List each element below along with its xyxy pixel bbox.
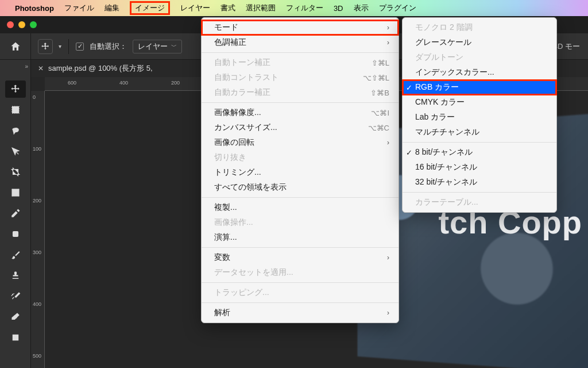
menu-separator: [403, 142, 556, 143]
ruler-vertical: 0 100 200 300 400 500: [31, 91, 45, 368]
auto-select-label: 自動選択：: [90, 41, 127, 52]
menu-item-label: データセットを適用...: [214, 267, 293, 278]
menubar-item-file[interactable]: ファイル: [64, 3, 94, 13]
eraser-tool[interactable]: [5, 308, 26, 325]
menu-item-label: CMYK カラー: [415, 97, 465, 108]
menu-item-label: 8 bit/チャンネル: [415, 147, 473, 158]
menu-separator: [202, 52, 399, 53]
menu-item[interactable]: 画像解像度...⌥⌘I: [202, 105, 399, 120]
menu-item-label: 画像解像度...: [214, 108, 261, 118]
menu-item[interactable]: ✓8 bit/チャンネル: [403, 145, 556, 160]
menubar-app-name[interactable]: Photoshop: [15, 4, 54, 13]
menu-shortcut: ⌥⌘I: [350, 109, 389, 117]
menu-item[interactable]: すべての領域を表示: [202, 180, 399, 195]
menu-item[interactable]: CMYK カラー: [403, 95, 556, 110]
stamp-tool[interactable]: [5, 267, 26, 284]
menu-shortcut: ⇧⌘L: [351, 59, 389, 67]
menu-item-label: ダブルトーン: [415, 52, 463, 63]
menu-item-label: 自動コントラスト: [214, 72, 278, 83]
ruler-tick: 200: [171, 80, 180, 86]
menu-item[interactable]: グレースケール: [403, 35, 556, 50]
menu-item: 画像操作...: [202, 215, 399, 230]
menu-item[interactable]: カンバスサイズ...⌥⌘C: [202, 120, 399, 135]
menu-item[interactable]: 複製...: [202, 200, 399, 215]
menubar-item-filter[interactable]: フィルター: [286, 3, 323, 13]
submenu-arrow-icon: ›: [366, 139, 389, 147]
menu-shortcut: ⌥⇧⌘L: [342, 74, 389, 82]
menu-item-label: モノクロ 2 階調: [415, 22, 473, 33]
menu-item[interactable]: 解析›: [202, 305, 399, 320]
marquee-tool[interactable]: [5, 101, 26, 118]
menu-item-label: 画像操作...: [214, 217, 253, 228]
menu-item[interactable]: 色調補正›: [202, 35, 399, 50]
window-minimize-button[interactable]: [18, 21, 25, 28]
ruler-tick: 100: [33, 146, 41, 152]
menu-item[interactable]: 32 bit/チャンネル: [403, 175, 556, 190]
auto-select-target-dropdown[interactable]: レイヤー ﹀: [133, 40, 182, 53]
check-icon: ✓: [406, 148, 412, 157]
menu-item[interactable]: ✓RGB カラー: [403, 80, 556, 95]
frame-tool[interactable]: [5, 184, 26, 201]
menubar-item-select[interactable]: 選択範囲: [246, 3, 276, 13]
shape-tool[interactable]: [5, 329, 26, 346]
menu-shortcut: ⌥⌘C: [347, 124, 389, 132]
menu-item[interactable]: トリミング...: [202, 165, 399, 180]
menu-item-label: 解析: [214, 308, 230, 318]
document-tab[interactable]: ✕ sample.psd @ 100% (長方形 5,: [31, 60, 160, 77]
quick-select-tool[interactable]: [5, 143, 26, 160]
move-tool[interactable]: [5, 80, 26, 98]
menu-item: データセットを適用...: [202, 265, 399, 280]
document-title: sample.psd @ 100% (長方形 5,: [48, 63, 153, 74]
palette-expand-icon[interactable]: »: [25, 63, 28, 70]
tool-preset-icon[interactable]: [38, 39, 53, 54]
menu-item[interactable]: インデックスカラー...: [403, 65, 556, 80]
menu-item-label: カラーテーブル...: [415, 197, 478, 208]
menubar-item-layer[interactable]: レイヤー: [180, 3, 210, 13]
brush-tool[interactable]: [5, 246, 26, 263]
menubar-item-edit[interactable]: 編集: [105, 3, 119, 13]
menu-item[interactable]: マルチチャンネル: [403, 125, 556, 140]
chevron-down-icon[interactable]: ▾: [59, 43, 61, 49]
ruler-tick: 200: [33, 198, 41, 204]
window-close-button[interactable]: [7, 21, 14, 28]
menubar-item-image[interactable]: イメージ: [130, 1, 170, 15]
mode-submenu-dropdown: モノクロ 2 階調グレースケールダブルトーンインデックスカラー...✓RGB カ…: [402, 17, 557, 213]
menubar-item-plugin[interactable]: プラグイン: [379, 3, 416, 13]
menu-item-label: 切り抜き: [214, 152, 246, 163]
history-brush-tool[interactable]: [5, 288, 26, 305]
lasso-tool[interactable]: [5, 122, 26, 139]
ruler-tick: 600: [68, 80, 76, 86]
menu-item[interactable]: モード›: [202, 20, 399, 35]
window-maximize-button[interactable]: [30, 21, 37, 28]
menu-item-label: Lab カラー: [415, 112, 455, 122]
menu-item[interactable]: Lab カラー: [403, 110, 556, 125]
menu-item[interactable]: 変数›: [202, 250, 399, 265]
dropdown-value: レイヤー: [138, 41, 168, 52]
menu-item: 切り抜き: [202, 150, 399, 165]
menu-shortcut: ⇧⌘B: [350, 89, 389, 97]
menu-item: 自動コントラスト⌥⇧⌘L: [202, 70, 399, 85]
home-button[interactable]: [0, 33, 31, 59]
eyedropper-tool[interactable]: [5, 205, 26, 222]
healing-brush-tool[interactable]: [5, 225, 26, 243]
menu-item[interactable]: 16 bit/チャンネル: [403, 160, 556, 175]
auto-select-checkbox[interactable]: ✓: [76, 43, 84, 51]
traffic-lights: [7, 21, 37, 28]
close-tab-icon[interactable]: ✕: [38, 64, 44, 72]
crop-tool[interactable]: [5, 163, 26, 181]
menubar-item-type[interactable]: 書式: [220, 3, 235, 13]
menu-item-label: RGB カラー: [415, 82, 459, 93]
menu-item-label: 16 bit/チャンネル: [415, 162, 477, 172]
svg-rect-0: [12, 106, 19, 113]
menu-item-label: カンバスサイズ...: [214, 122, 277, 133]
menu-separator: [202, 282, 399, 283]
mac-menubar: Photoshop ファイル 編集 イメージ レイヤー 書式 選択範囲 フィルタ…: [0, 0, 588, 16]
menu-item[interactable]: 画像の回転›: [202, 135, 399, 150]
image-menu-dropdown: モード›色調補正›自動トーン補正⇧⌘L自動コントラスト⌥⇧⌘L自動カラー補正⇧⌘…: [201, 17, 399, 323]
menu-item-label: 画像の回転: [214, 137, 254, 148]
check-icon: ✓: [406, 83, 412, 92]
menubar-item-3d[interactable]: 3D: [334, 4, 343, 13]
menubar-item-view[interactable]: 表示: [354, 3, 369, 13]
menu-item-label: 自動トーン補正: [214, 57, 270, 68]
menu-item[interactable]: 演算...: [202, 230, 399, 245]
